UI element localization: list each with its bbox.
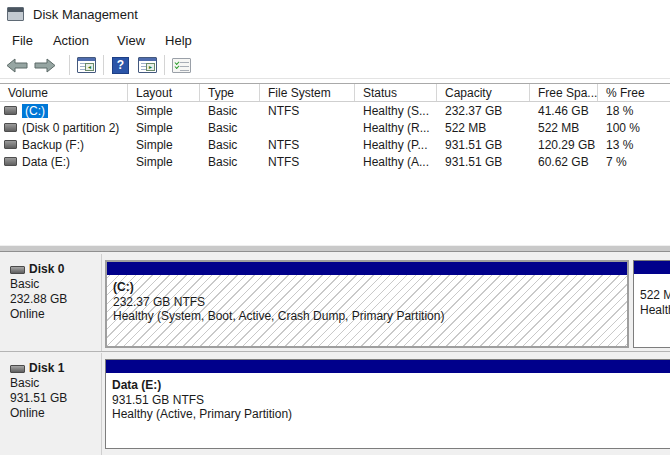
column-header-free-space[interactable]: Free Spa... bbox=[530, 84, 598, 101]
volume-pct-free: 13 % bbox=[598, 138, 670, 152]
volume-row-c[interactable]: (C:) Simple Basic NTFS Healthy (S... 232… bbox=[0, 102, 670, 119]
partition-status: Healthy (Active, Primary Partition) bbox=[112, 407, 670, 422]
partition-c[interactable]: (C:) 232.37 GB NTFS Healthy (System, Boo… bbox=[105, 260, 629, 348]
partition-title: Data (E:) bbox=[112, 378, 670, 393]
volume-file-system: NTFS bbox=[260, 138, 355, 152]
disk-size: 931.51 GB bbox=[10, 391, 101, 406]
column-header-file-system[interactable]: File System bbox=[260, 84, 355, 101]
volume-row-disk0-partition2[interactable]: (Disk 0 partition 2) Simple Basic Health… bbox=[0, 119, 670, 136]
disk1-label-box[interactable]: Disk 1 Basic 931.51 GB Online bbox=[2, 353, 102, 455]
volume-disk-icon bbox=[4, 157, 17, 166]
volume-disk-icon bbox=[4, 123, 17, 132]
partition-status: Healthy bbox=[640, 303, 670, 318]
console-tree-badge-icon: ◂ bbox=[85, 63, 94, 71]
volume-type: Basic bbox=[200, 104, 260, 118]
pane-splitter[interactable] bbox=[0, 245, 670, 252]
column-header-volume[interactable]: Volume bbox=[0, 84, 128, 101]
column-header-pct-free[interactable]: % Free bbox=[598, 84, 670, 101]
menu-file[interactable]: File bbox=[2, 30, 43, 51]
column-header-status[interactable]: Status bbox=[355, 84, 437, 101]
volume-row-data-e[interactable]: Data (E:) Simple Basic NTFS Healthy (A..… bbox=[0, 153, 670, 170]
column-header-layout[interactable]: Layout bbox=[128, 84, 200, 101]
partition-recovery[interactable]: 522 MB Healthy bbox=[633, 260, 670, 348]
volume-name: (Disk 0 partition 2) bbox=[22, 121, 119, 135]
volume-status: Healthy (R... bbox=[355, 121, 437, 135]
volume-row-backup-f[interactable]: Backup (F:) Simple Basic NTFS Healthy (P… bbox=[0, 136, 670, 153]
hdd-icon bbox=[10, 266, 25, 274]
volume-layout: Simple bbox=[128, 104, 200, 118]
partition-type-bar bbox=[634, 261, 670, 274]
disk-management-window: Disk Management File Action View Help ◂ … bbox=[0, 0, 670, 455]
volume-layout: Simple bbox=[128, 155, 200, 169]
partition-title: (C:) bbox=[113, 280, 627, 295]
toolbar-separator bbox=[69, 55, 70, 75]
partition-size-fs: 232.37 GB NTFS bbox=[113, 295, 627, 310]
menu-action[interactable]: Action bbox=[43, 30, 99, 51]
volume-type: Basic bbox=[200, 155, 260, 169]
menu-view[interactable]: View bbox=[107, 30, 155, 51]
disk-size: 232.88 GB bbox=[10, 292, 101, 307]
volume-free-space: 522 MB bbox=[530, 121, 598, 135]
disk-name: Disk 0 bbox=[29, 262, 64, 277]
properties-icon[interactable] bbox=[172, 58, 191, 73]
volume-capacity: 931.51 GB bbox=[437, 155, 530, 169]
volume-status: Healthy (P... bbox=[355, 138, 437, 152]
volume-name: (C:) bbox=[22, 104, 48, 118]
title-bar: Disk Management bbox=[0, 0, 670, 28]
help-icon[interactable]: ? bbox=[112, 57, 129, 74]
toolbar-separator bbox=[103, 55, 104, 75]
volume-layout: Simple bbox=[128, 121, 200, 135]
disk-name: Disk 1 bbox=[29, 361, 64, 376]
disk-row-0: Disk 0 Basic 232.88 GB Online (C:) 232.3… bbox=[0, 254, 670, 352]
volume-free-space: 120.29 GB bbox=[530, 138, 598, 152]
partition-type-bar bbox=[106, 360, 670, 373]
column-header-capacity[interactable]: Capacity bbox=[437, 84, 530, 101]
volume-list: Volume Layout Type File System Status Ca… bbox=[0, 83, 670, 245]
volume-list-header: Volume Layout Type File System Status Ca… bbox=[0, 83, 670, 102]
partition-type-bar bbox=[107, 262, 627, 275]
menu-help[interactable]: Help bbox=[155, 30, 202, 51]
volume-pct-free: 7 % bbox=[598, 155, 670, 169]
volume-capacity: 931.51 GB bbox=[437, 138, 530, 152]
partition-size-fs: 931.51 GB NTFS bbox=[112, 393, 670, 408]
volume-free-space: 60.62 GB bbox=[530, 155, 598, 169]
volume-type: Basic bbox=[200, 121, 260, 135]
menu-bar: File Action View Help bbox=[0, 28, 670, 52]
window-title: Disk Management bbox=[33, 7, 138, 22]
volume-disk-icon bbox=[4, 106, 17, 115]
partition-size: 522 MB bbox=[640, 288, 670, 303]
action-pane-icon[interactable]: ▸ bbox=[138, 57, 157, 73]
volume-pct-free: 18 % bbox=[598, 104, 670, 118]
volume-status: Healthy (A... bbox=[355, 155, 437, 169]
volume-disk-icon bbox=[4, 140, 17, 149]
toolbar-separator bbox=[164, 55, 165, 75]
action-pane-badge-icon: ▸ bbox=[146, 63, 155, 71]
partition-status: Healthy (System, Boot, Active, Crash Dum… bbox=[113, 309, 627, 324]
partition-data-e[interactable]: Data (E:) 931.51 GB NTFS Healthy (Active… bbox=[105, 359, 670, 449]
console-tree-icon[interactable]: ◂ bbox=[77, 57, 96, 73]
back-icon[interactable] bbox=[6, 58, 28, 73]
forward-icon[interactable] bbox=[34, 58, 56, 73]
volume-name: Backup (F:) bbox=[22, 138, 84, 152]
disk-type: Basic bbox=[10, 376, 101, 391]
volume-status: Healthy (S... bbox=[355, 104, 437, 118]
volume-file-system: NTFS bbox=[260, 155, 355, 169]
volume-type: Basic bbox=[200, 138, 260, 152]
disk0-label-box[interactable]: Disk 0 Basic 232.88 GB Online bbox=[2, 254, 102, 351]
disk-row-1: Disk 1 Basic 931.51 GB Online Data (E:) … bbox=[0, 353, 670, 455]
disk-status: Online bbox=[10, 307, 101, 322]
toolbar: ◂ ? ▸ bbox=[0, 52, 670, 79]
column-header-type[interactable]: Type bbox=[200, 84, 260, 101]
volume-file-system: NTFS bbox=[260, 104, 355, 118]
volume-free-space: 41.46 GB bbox=[530, 104, 598, 118]
hdd-icon bbox=[10, 365, 25, 373]
disk-management-app-icon bbox=[7, 7, 24, 21]
disk-status: Online bbox=[10, 406, 101, 421]
volume-capacity: 522 MB bbox=[437, 121, 530, 135]
graphical-disk-view: Disk 0 Basic 232.88 GB Online (C:) 232.3… bbox=[0, 252, 670, 455]
volume-capacity: 232.37 GB bbox=[437, 104, 530, 118]
disk-type: Basic bbox=[10, 277, 101, 292]
volume-pct-free: 100 % bbox=[598, 121, 670, 135]
volume-name: Data (E:) bbox=[22, 155, 70, 169]
volume-layout: Simple bbox=[128, 138, 200, 152]
